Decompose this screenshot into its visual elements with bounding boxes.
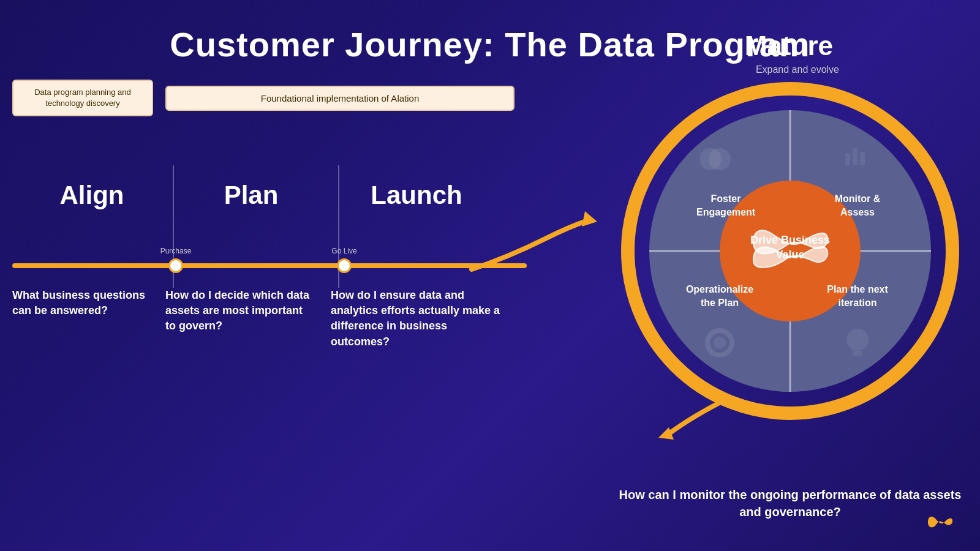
svg-point-22 <box>846 329 869 351</box>
wheel-svg: Drive Business Value Foster Engagement M… <box>619 80 962 422</box>
svg-rect-23 <box>853 351 862 356</box>
svg-text:Plan the next: Plan the next <box>827 284 888 294</box>
question-launch: How do I ensure data and analytics effor… <box>318 288 502 350</box>
milestone-purchase-label: Purchase <box>160 247 192 255</box>
phase-plan: Plan <box>172 181 331 210</box>
milestone-purchase: Purchase <box>168 258 183 273</box>
svg-text:Drive Business: Drive Business <box>750 234 830 246</box>
phase-launch: Launch <box>331 181 502 210</box>
phase-align: Align <box>12 181 172 210</box>
svg-text:Value: Value <box>775 249 804 261</box>
wheel-bottom-arrow <box>631 386 753 447</box>
mature-subtitle: Expand and evolve <box>756 64 839 75</box>
bottom-question: How can I monitor the ongoing performanc… <box>619 486 962 520</box>
phase-labels: Align Plan Launch <box>12 181 527 210</box>
banner-row: Data program planning and technology dis… <box>12 80 514 116</box>
svg-rect-18 <box>853 148 858 165</box>
svg-marker-0 <box>582 211 597 227</box>
svg-text:Operationalize: Operationalize <box>686 284 753 294</box>
svg-text:Monitor &: Monitor & <box>835 193 881 204</box>
wheel-container: Drive Business Value Foster Engagement M… <box>619 80 962 422</box>
timeline-line: Purchase Go Live <box>12 263 527 268</box>
svg-text:iteration: iteration <box>838 298 876 308</box>
banner-left: Data program planning and technology dis… <box>12 80 153 116</box>
milestone-golive-label: Go Live <box>331 247 356 255</box>
milestone-golive: Go Live <box>337 258 352 273</box>
svg-text:Assess: Assess <box>840 207 875 217</box>
svg-point-21 <box>714 337 726 349</box>
alation-logo <box>925 513 956 536</box>
svg-point-16 <box>709 148 731 170</box>
svg-text:Engagement: Engagement <box>696 207 756 217</box>
svg-text:Foster: Foster <box>711 193 741 204</box>
questions-row: What business questions can be answered?… <box>12 288 527 350</box>
question-align: What business questions can be answered? <box>12 288 159 350</box>
page-title: Customer Journey: The Data Program <box>0 0 980 64</box>
mature-title: Mature <box>745 31 833 61</box>
svg-text:the Plan: the Plan <box>701 298 739 308</box>
svg-rect-17 <box>845 153 850 165</box>
svg-rect-19 <box>860 152 865 165</box>
question-plan: How do I decide which data assets are mo… <box>159 288 318 350</box>
banner-right: Foundational implementation of Alation <box>165 86 514 111</box>
